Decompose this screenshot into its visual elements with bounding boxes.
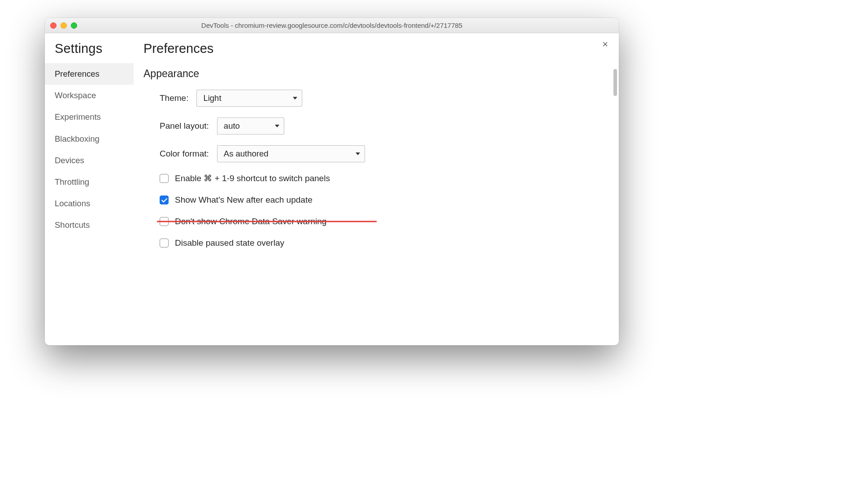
sidebar-item-blackboxing[interactable]: Blackboxing	[45, 128, 134, 150]
checkbox-row[interactable]: Don't show Chrome Data Saver warning	[160, 217, 605, 226]
checkbox-row[interactable]: Show What's New after each update	[160, 195, 605, 205]
sidebar-item-locations[interactable]: Locations	[45, 193, 134, 214]
settings-content: × Settings PreferencesWorkspaceExperimen…	[45, 33, 619, 345]
window-title: DevTools - chromium-review.googlesource.…	[45, 22, 619, 29]
close-window-button[interactable]	[50, 22, 57, 29]
color-format-row: Color format: As authored	[160, 145, 605, 162]
window-controls	[50, 22, 77, 29]
checkbox[interactable]	[160, 174, 169, 183]
color-format-select-value: As authored	[224, 149, 269, 159]
checkbox[interactable]	[160, 239, 169, 248]
sidebar-item-devices[interactable]: Devices	[45, 150, 134, 171]
sidebar-item-shortcuts[interactable]: Shortcuts	[45, 214, 134, 236]
panel-layout-select-value: auto	[224, 121, 240, 131]
sidebar-title: Settings	[45, 41, 134, 63]
theme-label: Theme:	[160, 93, 188, 103]
color-format-label: Color format:	[160, 149, 209, 159]
zoom-window-button[interactable]	[71, 22, 77, 29]
chevron-down-icon	[356, 152, 360, 155]
theme-select[interactable]: Light	[196, 90, 302, 107]
settings-sidebar: Settings PreferencesWorkspaceExperiments…	[45, 33, 134, 345]
checkbox-label: Show What's New after each update	[175, 195, 313, 205]
scrollbar-thumb[interactable]	[613, 69, 617, 96]
devtools-settings-window: DevTools - chromium-review.googlesource.…	[45, 18, 619, 345]
sidebar-item-throttling[interactable]: Throttling	[45, 171, 134, 193]
panel-layout-row: Panel layout: auto	[160, 117, 605, 135]
strikethrough-annotation	[157, 221, 377, 222]
sidebar-item-experiments[interactable]: Experiments	[45, 106, 134, 128]
color-format-select[interactable]: As authored	[217, 145, 365, 162]
panel-layout-select[interactable]: auto	[217, 117, 284, 135]
section-title-appearance: Appearance	[143, 68, 605, 80]
checkbox-label: Enable ⌘ + 1-9 shortcut to switch panels	[175, 173, 330, 183]
sidebar-item-workspace[interactable]: Workspace	[45, 85, 134, 106]
theme-select-value: Light	[203, 93, 221, 103]
checkbox[interactable]	[160, 196, 169, 204]
panel-layout-label: Panel layout:	[160, 121, 209, 131]
chevron-down-icon	[293, 97, 297, 100]
checkbox-label: Disable paused state overlay	[175, 238, 284, 248]
theme-row: Theme: Light	[160, 90, 605, 107]
checkbox-row[interactable]: Enable ⌘ + 1-9 shortcut to switch panels	[160, 173, 605, 183]
sidebar-item-preferences[interactable]: Preferences	[45, 63, 134, 85]
titlebar: DevTools - chromium-review.googlesource.…	[45, 18, 619, 33]
settings-main: Preferences Appearance Theme: Light Pane…	[134, 33, 619, 345]
page-title: Preferences	[143, 41, 605, 56]
chevron-down-icon	[275, 125, 279, 127]
minimize-window-button[interactable]	[61, 22, 67, 29]
checkbox-row[interactable]: Disable paused state overlay	[160, 238, 605, 248]
